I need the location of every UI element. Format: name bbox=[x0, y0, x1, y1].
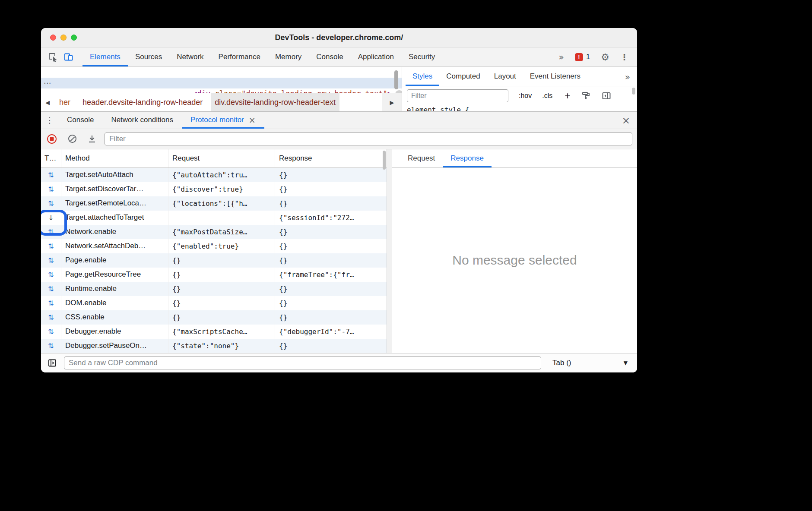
pseudo-state-button[interactable]: :hov bbox=[519, 92, 532, 100]
zoom-window-button[interactable] bbox=[71, 35, 77, 41]
table-row[interactable]: ↓ Target.attachedToTarget {"sessionId":"… bbox=[41, 211, 387, 225]
tab-security[interactable]: Security bbox=[401, 47, 442, 66]
panel-tabs: Elements Sources Network Performance Mem… bbox=[82, 47, 442, 66]
table-row[interactable]: ⇅ DOM.enable {} {} bbox=[41, 296, 387, 310]
cdp-command-input[interactable] bbox=[64, 356, 541, 369]
direction-icon: ⇅ bbox=[41, 296, 61, 310]
table-row[interactable]: ⇅ Debugger.enable {"maxScriptsCache… {"d… bbox=[41, 325, 387, 339]
more-panels-icon[interactable]: » bbox=[559, 52, 564, 62]
minimize-window-button[interactable] bbox=[60, 35, 67, 41]
breadcrumb-item[interactable]: header.devsite-landing-row-header bbox=[79, 93, 206, 111]
method-cell: Network.enable bbox=[61, 225, 168, 239]
method-cell: DOM.enable bbox=[61, 296, 168, 310]
drawer-tabs: ⋮ Console Network conditions Protocol mo… bbox=[41, 112, 637, 129]
table-row[interactable]: ⇅ Runtime.enable {} {} bbox=[41, 282, 387, 296]
tab-elements[interactable]: Elements bbox=[82, 47, 128, 66]
direction-icon: ⇅ bbox=[41, 268, 61, 282]
column-header-type[interactable]: T… bbox=[41, 149, 61, 167]
table-row[interactable]: ⇅ CSS.enable {} {} bbox=[41, 310, 387, 325]
element-style-rule[interactable]: element.style { bbox=[402, 105, 637, 111]
toggle-sidebar-icon[interactable] bbox=[602, 91, 611, 101]
table-row[interactable]: ⇅ Network.enable {"maxPostDataSize… {} bbox=[41, 225, 387, 239]
tab-computed[interactable]: Computed bbox=[439, 67, 487, 86]
tab-memory[interactable]: Memory bbox=[268, 47, 309, 66]
tab-performance[interactable]: Performance bbox=[211, 47, 268, 66]
dom-node-header[interactable]: ▼<header class="devsite-landing-row-head… bbox=[41, 67, 402, 78]
direction-icon: ⇅ bbox=[41, 282, 61, 296]
method-cell: Page.getResourceTree bbox=[61, 268, 168, 282]
tab-layout[interactable]: Layout bbox=[487, 67, 523, 86]
direction-icon: ⇅ bbox=[41, 253, 61, 268]
request-cell: {} bbox=[168, 268, 275, 282]
target-selector[interactable]: Tab () ▼ bbox=[552, 353, 637, 372]
drawer-tab-console[interactable]: Console bbox=[58, 112, 102, 129]
response-cell: {} bbox=[275, 168, 382, 182]
tab-console[interactable]: Console bbox=[309, 47, 350, 66]
traffic-lights bbox=[41, 35, 81, 41]
tab-event-listeners[interactable]: Event Listeners bbox=[523, 67, 587, 86]
expand-editor-icon[interactable] bbox=[48, 358, 57, 368]
device-toolbar-icon[interactable] bbox=[61, 47, 76, 66]
styles-scrollbar-thumb[interactable] bbox=[632, 88, 635, 95]
close-tab-icon[interactable]: × bbox=[249, 115, 256, 125]
elements-scrollbar-thumb[interactable] bbox=[394, 70, 398, 89]
detail-tab-request[interactable]: Request bbox=[400, 149, 443, 167]
record-button[interactable] bbox=[47, 134, 57, 144]
table-row[interactable]: ⇅ Debugger.setPauseOn… {"state":"none"} … bbox=[41, 339, 387, 353]
table-scrollbar-thumb[interactable] bbox=[383, 151, 386, 170]
dom-node-close[interactable]: </div> == $0 bbox=[41, 88, 402, 93]
styles-filter-input[interactable] bbox=[407, 89, 508, 102]
breadcrumb-back-icon[interactable]: ◀ bbox=[41, 99, 54, 106]
table-row[interactable]: ⇅ Page.enable {} {} bbox=[41, 253, 387, 268]
cdp-command-bar: Tab () ▼ bbox=[41, 353, 637, 372]
close-drawer-icon[interactable]: × bbox=[622, 112, 630, 129]
tab-network[interactable]: Network bbox=[169, 47, 211, 66]
column-header-request[interactable]: Request bbox=[168, 149, 275, 167]
response-cell: {} bbox=[275, 239, 382, 253]
tab-label: Console bbox=[67, 116, 94, 124]
element-classes-button[interactable]: .cls bbox=[542, 92, 552, 100]
detail-tab-response[interactable]: Response bbox=[443, 149, 492, 167]
drawer-menu-icon[interactable]: ⋮ bbox=[41, 112, 58, 129]
method-cell: Debugger.enable bbox=[61, 325, 168, 339]
protocol-filter-input[interactable] bbox=[105, 132, 632, 145]
request-cell: {"maxScriptsCache… bbox=[168, 325, 275, 339]
drawer-tab-protocol-monitor[interactable]: Protocol monitor × bbox=[182, 112, 264, 129]
column-header-method[interactable]: Method bbox=[61, 149, 168, 167]
tab-label: Styles bbox=[412, 72, 432, 81]
breadcrumb-item[interactable]: her bbox=[54, 93, 74, 111]
issues-button[interactable]: ! 1 bbox=[575, 53, 590, 61]
dom-tree: ▼<header class="devsite-landing-row-head… bbox=[41, 67, 402, 93]
method-cell: Page.enable bbox=[61, 253, 168, 268]
download-icon[interactable] bbox=[87, 134, 97, 144]
kebab-menu-icon[interactable]: ⋮ bbox=[620, 52, 628, 62]
tab-styles[interactable]: Styles bbox=[406, 67, 439, 86]
clear-icon[interactable] bbox=[68, 135, 76, 143]
table-row[interactable]: ⇅ Target.setRemoteLoca… {"locations":[{"… bbox=[41, 196, 387, 211]
dom-node-selected[interactable]: ⋯▶<div class="devsite-landing-row-header… bbox=[41, 78, 402, 88]
split-divider[interactable] bbox=[387, 149, 392, 353]
table-row[interactable]: ⇅ Network.setAttachDeb… {"enabled":true}… bbox=[41, 239, 387, 253]
settings-gear-icon[interactable]: ⚙ bbox=[601, 52, 609, 63]
rendering-emulation-icon[interactable] bbox=[581, 91, 591, 101]
breadcrumb-forward-icon[interactable]: ▶ bbox=[382, 93, 402, 111]
table-row[interactable]: ⇅ Page.getResourceTree {} {"frameTree":{… bbox=[41, 268, 387, 282]
column-header-response[interactable]: Response bbox=[275, 149, 382, 167]
more-sidebar-tabs-icon[interactable]: » bbox=[625, 67, 630, 86]
table-row[interactable]: ⇅ Target.setAutoAttach {"autoAttach":tru… bbox=[41, 168, 387, 182]
table-row[interactable]: ⇅ Target.setDiscoverTar… {"discover":tru… bbox=[41, 182, 387, 196]
direction-icon: ⇅ bbox=[41, 182, 61, 196]
drawer-tab-network-conditions[interactable]: Network conditions bbox=[102, 112, 182, 129]
gutter-dots-icon[interactable]: ⋯ bbox=[44, 78, 51, 88]
new-style-rule-button[interactable]: + bbox=[565, 92, 570, 100]
tab-sources[interactable]: Sources bbox=[128, 47, 169, 66]
inspect-icon[interactable] bbox=[45, 47, 61, 66]
close-window-button[interactable] bbox=[50, 35, 56, 41]
request-cell: {} bbox=[168, 282, 275, 296]
tab-label: Response bbox=[450, 154, 484, 163]
styles-toolbar: :hov .cls + bbox=[402, 86, 637, 105]
breadcrumb-item-selected[interactable]: div.devsite-landing-row-header-text bbox=[211, 93, 339, 111]
tab-label: Application bbox=[358, 53, 394, 61]
tab-application[interactable]: Application bbox=[351, 47, 401, 66]
response-cell: {} bbox=[275, 253, 382, 268]
